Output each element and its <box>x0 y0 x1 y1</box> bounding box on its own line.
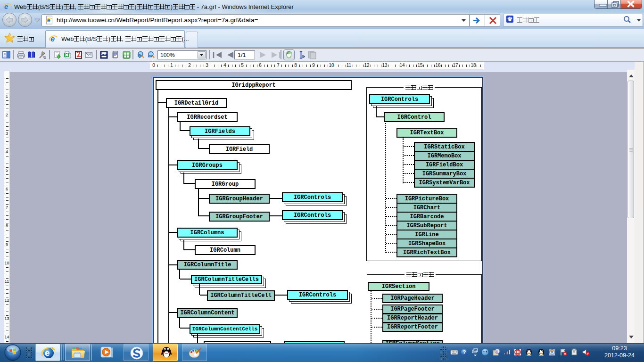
svg-text:?: ? <box>463 349 466 355</box>
